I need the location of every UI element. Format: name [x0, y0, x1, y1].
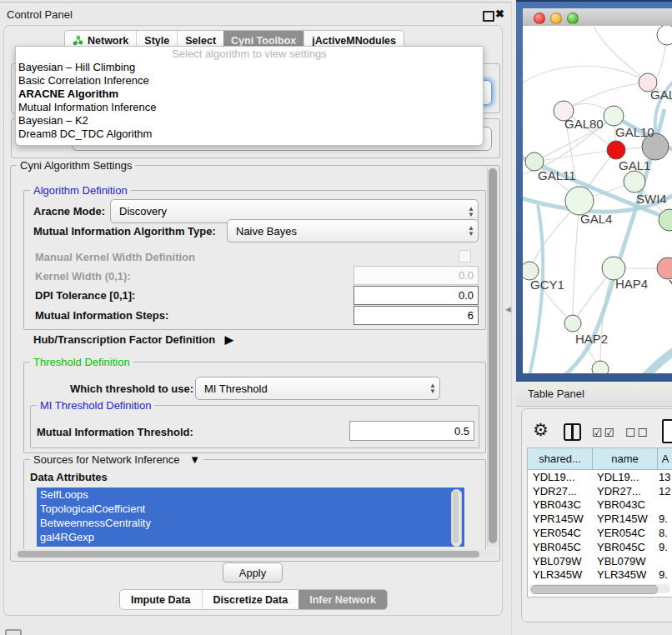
algorithm-option[interactable]: Bayesian – K2	[16, 114, 483, 128]
spinner-arrows-icon: ▲▼	[464, 206, 478, 218]
node-label: GAL	[650, 88, 672, 102]
network-node[interactable]	[604, 106, 624, 126]
gear-icon[interactable]: ⚙	[533, 420, 549, 440]
mi-threshold-field[interactable]: 0.5	[349, 421, 474, 441]
manual-kernel-checkbox[interactable]	[459, 250, 471, 262]
mi-steps-field[interactable]: 6	[354, 306, 479, 325]
table-panel-title: Table Panel	[528, 388, 584, 400]
node-label: HAP4	[615, 277, 648, 291]
column-header-shared-name[interactable]: shared...	[528, 448, 593, 469]
splitter-collapse-icon[interactable]: ◀	[505, 305, 511, 313]
table-cell: YBR043C	[592, 498, 656, 511]
network-edge	[639, 347, 672, 373]
kernel-width-label: Kernel Width (0,1):	[35, 270, 131, 282]
data-attribute-item[interactable]: BetweennessCentrality	[37, 516, 464, 530]
close-icon[interactable]: ✖	[495, 8, 504, 20]
table-cell: YBL079W	[592, 555, 656, 568]
table-horizontal-thumb[interactable]	[531, 585, 658, 594]
table-cell: YDR27...	[592, 485, 656, 498]
settings-horizontal-thumb[interactable]	[18, 551, 479, 558]
table-row[interactable]: YPR145WYPR145W9.	[528, 512, 672, 526]
attributes-list-scrollbar[interactable]	[451, 489, 462, 547]
which-threshold-label: Which threshold to use:	[70, 382, 193, 395]
dpi-tolerance-field[interactable]: 0.0	[354, 286, 479, 305]
data-attribute-item[interactable]: TopologicalCoefficient	[37, 502, 464, 516]
node-label: GAL11	[538, 168, 576, 182]
hub-definition-toggle[interactable]: Hub/Transcription Factor Definition ▶	[33, 333, 233, 346]
table-row[interactable]: YDR27...YDR27...12	[528, 484, 672, 498]
table-row[interactable]: YER054CYER054C8.	[528, 526, 672, 540]
table-row[interactable]: YDL19...YDL19...13	[528, 470, 672, 484]
columns-icon[interactable]	[564, 423, 581, 441]
tab-label: Cyni Toolbox	[231, 35, 296, 47]
algorithm-definition-title: Algorithm Definition	[30, 184, 131, 197]
network-edge	[655, 76, 672, 134]
column-header-name[interactable]: name	[593, 448, 658, 469]
select-all-columns-icon[interactable]: ☑☑	[592, 426, 616, 439]
document-icon[interactable]	[662, 419, 672, 443]
control-panel-title: Control Panel	[7, 8, 73, 21]
data-attribute-item[interactable]: gal4RGexp	[37, 530, 464, 544]
algorithm-option[interactable]: ARACNE Algorithm	[16, 88, 483, 101]
table-row[interactable]: YBR043CYBR043C	[528, 498, 672, 512]
which-threshold-combo[interactable]: MI Threshold ▲▼	[195, 377, 440, 400]
mi-threshold-group-title: MI Threshold Definition	[37, 399, 154, 412]
network-view-canvas[interactable]: GALGAL80GAL10GAL1GAL11SWI4GAL4GCY1HAP4YH…	[523, 26, 672, 373]
table-row[interactable]: YLR345WYLR345W9.	[528, 568, 672, 582]
network-node[interactable]	[565, 187, 594, 215]
table-cell: YPR145W	[592, 512, 656, 525]
deselect-all-columns-icon[interactable]: ☐☐	[625, 426, 649, 439]
node-label: GAL4	[580, 212, 612, 226]
apply-button[interactable]: Apply	[223, 562, 283, 582]
table-row[interactable]: YIL053CYIL053C9	[528, 582, 672, 582]
table-row[interactable]: YBL079WYBL079W	[528, 554, 672, 568]
chevron-right-icon: ▶	[225, 333, 233, 346]
settings-vertical-thumb[interactable]	[489, 168, 497, 543]
zoom-traffic-light[interactable]	[567, 12, 579, 24]
algorithm-option[interactable]: Bayesian – Hill Climbing	[16, 61, 483, 74]
node-label: SWI4	[636, 192, 667, 206]
chevron-down-icon: ▼	[189, 453, 200, 466]
manual-kernel-label: Manual Kernel Width Definition	[35, 251, 195, 263]
algorithm-option[interactable]: Basic Correlation Inference	[16, 74, 483, 88]
network-graph: GALGAL80GAL10GAL1GAL11SWI4GAL4GCY1HAP4YH…	[523, 26, 672, 373]
which-threshold-value: MI Threshold	[196, 382, 426, 395]
scrollbar-thumb[interactable]	[453, 491, 459, 543]
network-node[interactable]	[657, 26, 672, 45]
table-cell: YBR043C	[528, 498, 592, 511]
network-node[interactable]	[624, 171, 645, 192]
table-cell: YDL19...	[592, 471, 656, 483]
aracne-mode-label: Aracne Mode:	[33, 205, 105, 218]
bottom-tabbar: Impute Data Discretize Data Infer Networ…	[119, 589, 388, 610]
tab-label: jActiveMNodules	[312, 35, 396, 47]
tab-impute-data[interactable]: Impute Data	[120, 590, 202, 609]
tab-infer-network[interactable]: Infer Network	[298, 590, 387, 609]
column-header-partial[interactable]: A	[658, 448, 672, 469]
data-attribute-item[interactable]: SelfLoops	[37, 488, 464, 502]
top-border	[0, 2, 511, 2]
tab-discretize-data[interactable]: Discretize Data	[202, 590, 299, 609]
mi-type-value: Naive Bayes	[228, 225, 464, 238]
float-window-icon[interactable]	[483, 11, 494, 22]
kernel-width-field[interactable]: 0.0	[354, 266, 479, 285]
table-cell: 12	[656, 485, 672, 498]
close-traffic-light[interactable]	[534, 12, 545, 24]
network-icon	[73, 35, 83, 46]
mi-type-combo[interactable]: Naive Bayes ▲▼	[227, 219, 479, 242]
algorithm-option[interactable]: Mutual Information Inference	[16, 101, 483, 114]
network-node[interactable]	[564, 315, 581, 332]
sources-group-toggle[interactable]: Sources for Network Inference ▼	[30, 453, 203, 466]
algorithm-option[interactable]: Dream8 DC_TDC Algorithm	[16, 128, 483, 141]
tab-label: Select	[185, 35, 216, 47]
sources-group-title: Sources for Network Inference	[33, 453, 180, 466]
table-cell: 9.	[656, 541, 672, 553]
network-node[interactable]	[592, 361, 609, 373]
algorithm-popup-list: Bayesian – Hill ClimbingBasic Correlatio…	[16, 61, 483, 141]
minimize-traffic-light[interactable]	[550, 12, 562, 24]
network-node[interactable]	[607, 141, 625, 159]
table-cell: 13	[656, 471, 672, 483]
network-node[interactable]	[659, 209, 672, 231]
minimized-panel-icon[interactable]	[5, 629, 22, 635]
table-row[interactable]: YBR045CYBR045C9.	[528, 540, 672, 554]
network-window-titlebar[interactable]	[523, 8, 672, 27]
